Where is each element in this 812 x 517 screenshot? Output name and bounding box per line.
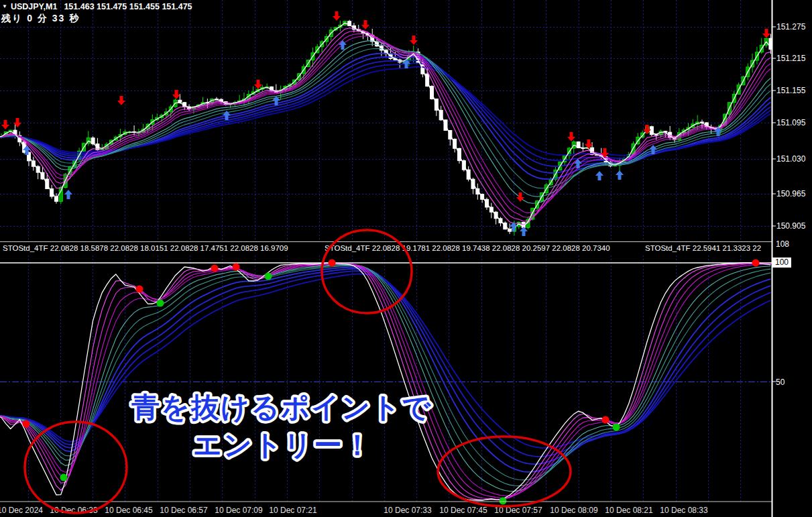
chart-header: ▼USDJPY,M1151.463 151.475 151.455 151.47… [2, 2, 192, 11]
buy-arrow-icon [64, 190, 72, 199]
stoch-max-label: 108 [776, 239, 789, 249]
sell-arrow-icon [117, 96, 125, 105]
time-axis-label: 10 Dec 07:33 [384, 506, 431, 515]
time-axis-label: 10 Dec 06:33 [50, 506, 97, 515]
time-axis-label: 10 Dec 06:57 [160, 506, 207, 515]
price-axis-label: 151.215 [776, 54, 805, 63]
chart-canvas[interactable]: 青を抜けるポイントで エントリー！ [0, 0, 812, 517]
time-axis-label: 10 Dec 08:33 [660, 506, 707, 515]
indicator-values-label-1: STOStd_4TF 22.0828 18.5878 22.0828 18.01… [3, 244, 288, 252]
buy-arrow-icon [520, 227, 528, 236]
sell-arrow-icon [172, 90, 180, 99]
price-axis-label: 151.095 [776, 118, 805, 127]
signal-dot-green [613, 424, 620, 431]
signal-dot-green [157, 300, 164, 307]
sell-arrow-icon [361, 20, 369, 30]
price-axis-label: 151.275 [776, 22, 805, 32]
signal-dot-red [329, 260, 336, 267]
frame-layer [0, 0, 776, 517]
buy-arrow-icon [595, 171, 603, 180]
time-axis-label: 10 Dec 07:57 [494, 506, 542, 515]
annotation-line2: エントリー！ [193, 429, 373, 461]
signal-dot-green [500, 498, 507, 505]
ohlc-values: 151.463 151.475 151.455 151.475 [64, 2, 192, 11]
sell-arrow-icon [13, 118, 21, 127]
symbol-dropdown-icon[interactable]: ▼ [2, 3, 7, 9]
sell-arrow-icon [333, 11, 341, 21]
indicator-values-label-2: STOStd_4TF 22.0828 19.1781 22.0828 19.74… [325, 244, 610, 252]
mt4-chart-window: 青を抜けるポイントで エントリー！ ▼USDJPY,M1151.463 151.… [0, 0, 812, 517]
price-axis-label: 151.030 [776, 154, 805, 164]
time-axis-label: 10 Dec 07:09 [215, 506, 262, 515]
sell-arrow-icon [567, 132, 575, 141]
time-axis-label: 10 Dec 08:09 [550, 506, 597, 515]
indicator-values-label-3: STOStd_4TF 22.5941 21.3323 22 [645, 244, 761, 252]
signal-markers-layer [1, 11, 770, 505]
signal-dot-red [752, 260, 760, 267]
time-axis-label: 10 Dec 06:45 [105, 506, 152, 515]
time-axis-label: 10 Dec 08:21 [605, 506, 652, 515]
price-axis-label: 150.965 [776, 189, 805, 198]
signal-dot-red [136, 286, 143, 293]
time-axis-label: 10 Dec 07:21 [269, 506, 316, 515]
time-axis-label: 10 Dec 07:45 [439, 506, 487, 515]
annotation-line1: 青を抜けるポイントで [131, 392, 432, 423]
sell-arrow-icon [1, 120, 9, 129]
symbol-period-label: USDJPY,M1 [11, 2, 57, 11]
signal-dot-red [23, 420, 30, 428]
sell-arrow-icon [762, 29, 770, 38]
candle-timer-label: 残り 0 分 33 秒 [1, 13, 80, 25]
signal-dot-red [233, 264, 240, 271]
signal-dot-red [602, 416, 610, 424]
price-chart-layer [0, 20, 772, 236]
buy-arrow-icon [616, 170, 624, 180]
price-axis-label: 150.905 [776, 221, 805, 231]
signal-dot-green [265, 273, 272, 280]
price-axis-label: 151.155 [776, 86, 805, 95]
stoch-mid-label: 50 [776, 378, 785, 387]
stoch-level-badge: 100 [772, 257, 791, 268]
signal-dot-green [60, 474, 68, 481]
time-axis-label: 10 Dec 2024 [0, 506, 43, 515]
signal-dot-red [211, 265, 219, 272]
